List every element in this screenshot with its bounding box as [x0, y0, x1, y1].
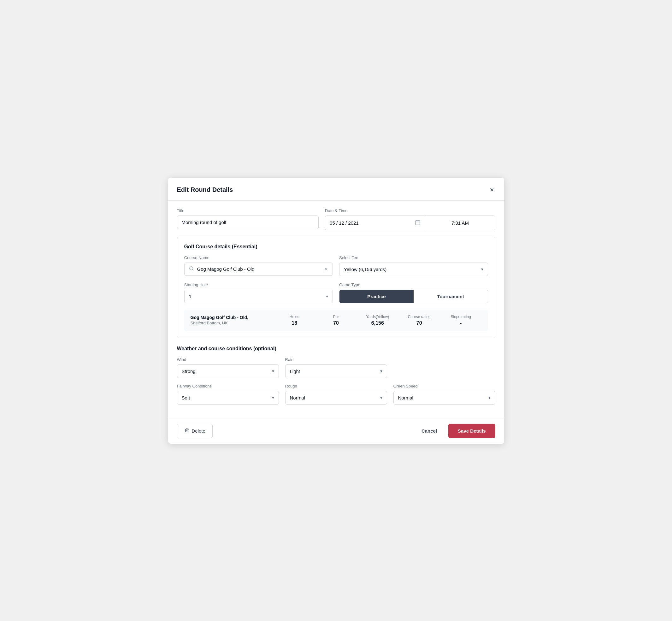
time-value: 7:31 AM: [452, 220, 469, 225]
footer-right: Cancel Save Details: [418, 424, 495, 438]
course-info-name-block: Gog Magog Golf Club - Old, Shelford Bott…: [191, 315, 274, 325]
slope-rating-value: -: [440, 320, 482, 326]
trash-icon: [184, 428, 189, 434]
fairway-value: Soft: [182, 395, 190, 401]
fairway-rough-green-row: Fairway Conditions Soft ▾ Rough Normal ▾…: [177, 384, 495, 405]
yards-value: 6,156: [357, 320, 398, 326]
holes-value: 18: [274, 320, 315, 326]
tournament-button[interactable]: Tournament: [414, 290, 488, 303]
fairway-label: Fairway Conditions: [177, 384, 279, 388]
chevron-down-icon: ▾: [272, 395, 274, 400]
wind-rain-row: Wind Strong ▾ Rain Light ▾: [177, 357, 495, 378]
title-label: Title: [177, 208, 319, 213]
rain-value: Light: [290, 369, 300, 374]
yards-stat: Yards(Yellow) 6,156: [357, 315, 398, 326]
starting-hole-label: Starting Hole: [184, 282, 333, 287]
course-name-value: Gog Magog Golf Club - Old: [197, 266, 255, 272]
practice-button[interactable]: Practice: [339, 290, 414, 303]
rough-label: Rough: [285, 384, 387, 388]
modal-title: Edit Round Details: [177, 186, 233, 194]
course-info-bar: Gog Magog Golf Club - Old, Shelford Bott…: [184, 309, 488, 331]
course-rating-stat: Course rating 70: [398, 315, 440, 326]
starting-hole-value: 1: [189, 294, 192, 299]
modal-body: Title Date & Time 05 / 12 / 2021: [168, 201, 504, 418]
game-type-toggle: Practice Tournament: [339, 290, 488, 303]
slope-rating-label: Slope rating: [440, 315, 482, 319]
course-name-label: Course Name: [184, 255, 333, 260]
edit-round-modal: Edit Round Details × Title Date & Time 0…: [168, 178, 504, 444]
course-rating-value: 70: [398, 320, 440, 326]
par-value: 70: [315, 320, 357, 326]
svg-line-5: [193, 270, 194, 271]
course-name-group: Course Name Gog Magog Golf Club - Old ✕: [184, 255, 333, 276]
datetime-label: Date & Time: [325, 208, 495, 213]
title-input[interactable]: [177, 215, 319, 229]
date-time-inputs: 05 / 12 / 2021 7:31 AM: [325, 215, 495, 230]
course-rating-label: Course rating: [398, 315, 440, 319]
rough-value: Normal: [290, 395, 305, 401]
select-tee-label: Select Tee: [339, 255, 488, 260]
game-type-group: Game Type Practice Tournament: [339, 282, 488, 303]
clear-icon[interactable]: ✕: [324, 266, 328, 272]
green-speed-label: Green Speed: [393, 384, 495, 388]
delete-button[interactable]: Delete: [177, 424, 213, 438]
game-type-label: Game Type: [339, 282, 488, 287]
datetime-group: Date & Time 05 / 12 / 2021: [325, 208, 495, 230]
starting-hole-group: Starting Hole 1 ▾: [184, 282, 333, 303]
rough-dropdown[interactable]: Normal ▾: [285, 391, 387, 405]
weather-section-title: Weather and course conditions (optional): [177, 346, 495, 351]
svg-point-4: [190, 266, 193, 270]
rain-dropdown[interactable]: Light ▾: [285, 365, 387, 378]
calendar-icon: [415, 220, 421, 226]
svg-rect-0: [416, 220, 420, 225]
wind-group: Wind Strong ▾: [177, 357, 279, 378]
wind-label: Wind: [177, 357, 279, 362]
course-name-input[interactable]: Gog Magog Golf Club - Old ✕: [184, 262, 333, 276]
modal-header: Edit Round Details ×: [168, 178, 504, 201]
course-info-location: Shelford Bottom, UK: [191, 321, 274, 325]
modal-footer: Delete Cancel Save Details: [168, 418, 504, 444]
slope-rating-stat: Slope rating -: [440, 315, 482, 326]
holes-label: Holes: [274, 315, 315, 319]
chevron-down-icon: ▾: [489, 395, 491, 400]
starting-hole-dropdown[interactable]: 1 ▾: [184, 290, 333, 303]
weather-section: Weather and course conditions (optional)…: [177, 346, 495, 405]
select-tee-dropdown[interactable]: Yellow (6,156 yards) ▾: [339, 262, 488, 276]
course-tee-row: Course Name Gog Magog Golf Club - Old ✕: [184, 255, 488, 276]
green-speed-dropdown[interactable]: Normal ▾: [393, 391, 495, 405]
search-icon: [189, 266, 194, 272]
select-tee-group: Select Tee Yellow (6,156 yards) ▾: [339, 255, 488, 276]
title-datetime-row: Title Date & Time 05 / 12 / 2021: [177, 208, 495, 230]
wind-dropdown[interactable]: Strong ▾: [177, 365, 279, 378]
time-input[interactable]: 7:31 AM: [425, 215, 495, 230]
wind-value: Strong: [182, 369, 196, 374]
par-stat: Par 70: [315, 315, 357, 326]
holes-stat: Holes 18: [274, 315, 315, 326]
green-speed-value: Normal: [398, 395, 413, 401]
rain-label: Rain: [285, 357, 387, 362]
save-button[interactable]: Save Details: [448, 424, 495, 438]
close-button[interactable]: ×: [489, 185, 495, 195]
rough-group: Rough Normal ▾: [285, 384, 387, 405]
fairway-group: Fairway Conditions Soft ▾: [177, 384, 279, 405]
chevron-down-icon: ▾: [272, 369, 274, 374]
chevron-down-icon: ▾: [326, 294, 328, 299]
golf-section-title: Golf Course details (Essential): [184, 244, 488, 250]
cancel-button[interactable]: Cancel: [418, 424, 441, 437]
yards-label: Yards(Yellow): [357, 315, 398, 319]
chevron-down-icon: ▾: [481, 266, 483, 272]
select-tee-value: Yellow (6,156 yards): [344, 266, 386, 272]
title-group: Title: [177, 208, 319, 230]
par-label: Par: [315, 315, 357, 319]
date-input[interactable]: 05 / 12 / 2021: [325, 215, 425, 230]
date-value: 05 / 12 / 2021: [330, 220, 359, 225]
course-info-name: Gog Magog Golf Club - Old,: [191, 315, 274, 320]
rain-group: Rain Light ▾: [285, 357, 387, 378]
golf-course-section: Golf Course details (Essential) Course N…: [177, 237, 495, 338]
hole-gametype-row: Starting Hole 1 ▾ Game Type Practice Tou…: [184, 282, 488, 303]
delete-label: Delete: [192, 428, 205, 433]
chevron-down-icon: ▾: [380, 369, 382, 374]
chevron-down-icon: ▾: [380, 395, 382, 400]
green-speed-group: Green Speed Normal ▾: [393, 384, 495, 405]
fairway-dropdown[interactable]: Soft ▾: [177, 391, 279, 405]
